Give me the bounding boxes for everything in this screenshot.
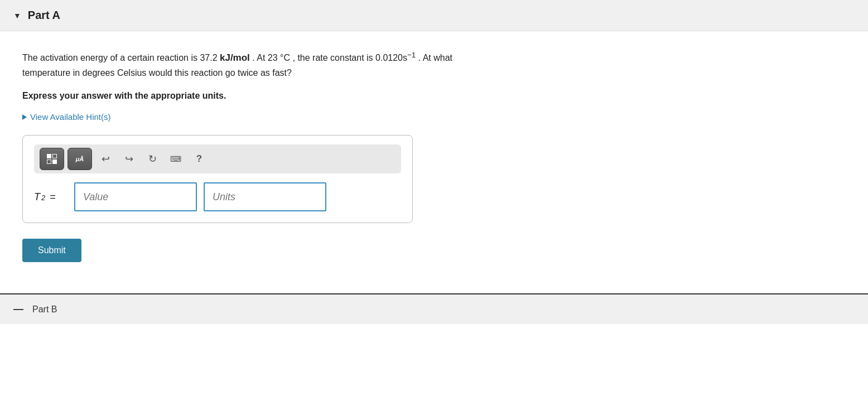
question-line2: temperature in degrees Celsius would thi… bbox=[22, 68, 292, 78]
part-b-chevron: — bbox=[13, 303, 26, 315]
keyboard-button[interactable]: ⌨ bbox=[166, 149, 186, 169]
units-button[interactable]: μÅ bbox=[67, 148, 92, 170]
input-row: T2 = bbox=[34, 182, 401, 211]
express-instruction: Express your answer with the appropriate… bbox=[22, 91, 846, 101]
help-button[interactable]: ? bbox=[189, 149, 209, 169]
question-math-kj: kJ/mol bbox=[220, 52, 250, 63]
template-button[interactable] bbox=[40, 148, 64, 170]
part-a-header[interactable]: ▼ Part A bbox=[0, 0, 868, 31]
question-line1-start: The activation energy of a certain react… bbox=[22, 53, 218, 62]
reset-button[interactable]: ↻ bbox=[142, 149, 162, 169]
content-area: The activation energy of a certain react… bbox=[0, 31, 868, 293]
part-b-title: Part B bbox=[32, 304, 57, 315]
template-sq-3 bbox=[47, 160, 51, 164]
question-text: The activation energy of a certain react… bbox=[22, 49, 524, 80]
t2-label-subscript: 2 bbox=[41, 194, 45, 202]
toolbar: μÅ ↩ ↪ ↻ ⌨ ? bbox=[34, 144, 401, 173]
hint-link-label: View Available Hint(s) bbox=[30, 112, 111, 122]
question-superscript: −1 bbox=[407, 51, 416, 59]
undo-button[interactable]: ↩ bbox=[95, 149, 115, 169]
hint-chevron-icon bbox=[22, 114, 27, 120]
answer-box: μÅ ↩ ↪ ↻ ⌨ ? T2 = bbox=[22, 135, 413, 223]
template-sq-1 bbox=[47, 154, 51, 158]
submit-button[interactable]: Submit bbox=[22, 239, 81, 262]
t2-label: T2 = bbox=[34, 191, 67, 203]
question-line1-mid: . At 23 bbox=[252, 53, 280, 62]
template-sq-4 bbox=[52, 160, 57, 164]
t2-label-italic: T bbox=[34, 191, 40, 203]
part-a-title: Part A bbox=[28, 9, 60, 22]
hint-link[interactable]: View Available Hint(s) bbox=[22, 112, 846, 122]
value-input[interactable] bbox=[74, 182, 197, 211]
page-container: ▼ Part A The activation energy of a cert… bbox=[0, 0, 868, 406]
template-sq-2 bbox=[52, 154, 57, 158]
keyboard-icon: ⌨ bbox=[170, 154, 181, 163]
units-input[interactable] bbox=[204, 182, 326, 211]
template-icon bbox=[47, 154, 57, 164]
redo-button[interactable]: ↪ bbox=[119, 149, 139, 169]
question-math-celsius: °C bbox=[280, 53, 290, 62]
question-line1-end: , the rate constant is 0.0120s−1 . At wh… bbox=[293, 53, 452, 62]
part-a-chevron: ▼ bbox=[13, 11, 21, 20]
part-b-header[interactable]: — Part B bbox=[0, 293, 868, 324]
equals-sign: = bbox=[50, 191, 56, 203]
units-button-label: μÅ bbox=[76, 156, 84, 162]
